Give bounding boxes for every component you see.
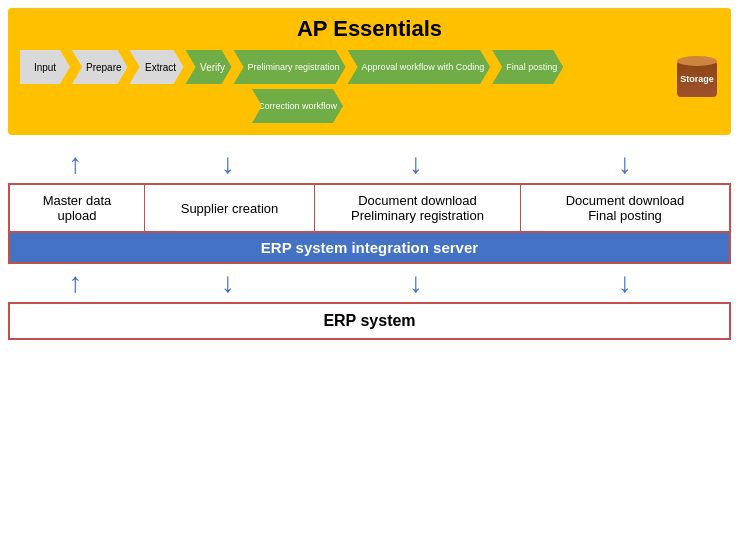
- arrow-col-3-down: ↓: [313, 148, 519, 180]
- step-verify: Verify: [186, 50, 232, 84]
- cell-supplier: Supplier creation: [145, 185, 315, 231]
- ap-essentials-box: AP Essentials Input Prepare Extract: [8, 8, 731, 135]
- ap-flow-container: Input Prepare Extract Verify: [20, 50, 719, 123]
- step-prepare: Prepare: [72, 50, 128, 84]
- arrow-col-2-down: ↓: [143, 148, 313, 180]
- erp-system-label: ERP system: [323, 312, 415, 329]
- arrow-col-2b-down: ↓: [143, 267, 313, 299]
- ap-title: AP Essentials: [20, 16, 719, 42]
- erp-integration-box: Master data upload Supplier creation Doc…: [8, 183, 731, 264]
- cylinder-top: [677, 56, 717, 66]
- step-prelim: Preliminary registration: [234, 50, 346, 84]
- main-container: AP Essentials Input Prepare Extract: [0, 0, 739, 348]
- storage-cylinder: Storage: [675, 54, 719, 98]
- step-final: Final posting: [492, 50, 563, 84]
- erp-cells: Master data upload Supplier creation Doc…: [10, 185, 729, 233]
- step-input: Input: [20, 50, 70, 84]
- erp-system-box: ERP system: [8, 302, 731, 340]
- cell-master: Master data upload: [10, 185, 145, 231]
- arrows-row-2: ↑ ↓ ↓ ↓: [8, 264, 731, 302]
- cell-doc-final: Document download Final posting: [521, 185, 729, 231]
- arrow-col-1-up: ↑: [8, 148, 143, 180]
- cell-doc-prelim: Document download Preliminary registrati…: [315, 185, 521, 231]
- step-approval: Approval workflow with Coding: [348, 50, 491, 84]
- step-extract: Extract: [130, 50, 184, 84]
- cylinder-body: Storage: [677, 61, 717, 97]
- ap-arrows-area: Input Prepare Extract Verify: [20, 50, 669, 123]
- arrow-col-1b-up: ↑: [8, 267, 143, 299]
- correction-row: Correction workflow: [252, 89, 669, 123]
- erp-server-label: ERP system integration server: [10, 233, 729, 262]
- step-correction: Correction workflow: [252, 89, 343, 123]
- arrow-col-3b-down: ↓: [313, 267, 519, 299]
- arrows-row-1: ↑ ↓ ↓ ↓: [8, 145, 731, 183]
- step-row: Input Prepare Extract Verify: [20, 50, 669, 84]
- arrow-col-4-down: ↓: [519, 148, 731, 180]
- arrow-col-4b-down: ↓: [519, 267, 731, 299]
